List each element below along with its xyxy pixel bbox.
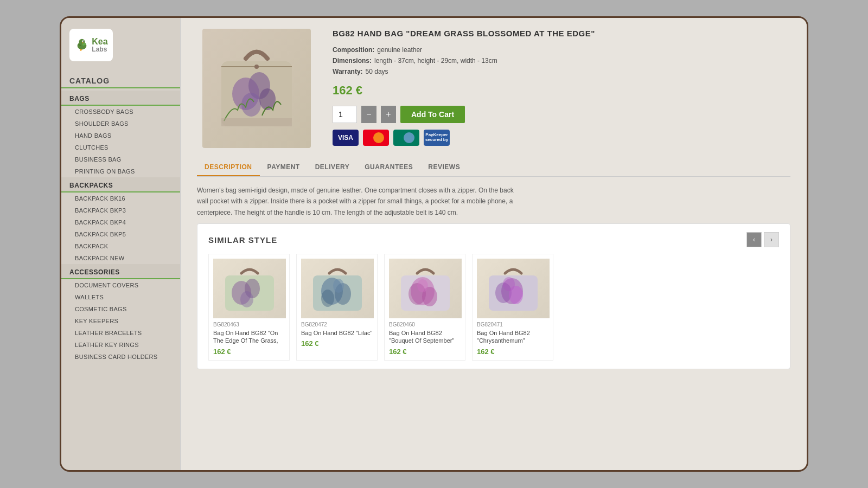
sidebar-item-leather-key-rings[interactable]: LEATHER KEY RINGS — [61, 339, 180, 351]
main-content: BG82 HAND BAG "DREAM GRASS BLOSSOMED AT … — [181, 18, 807, 470]
warranty-value: 50 days — [366, 68, 388, 75]
product-title: BG82 HAND BAG "DREAM GRASS BLOSSOMED AT … — [333, 29, 790, 38]
sidebar-item-document-covers[interactable]: DOCUMENT COVERS — [61, 279, 180, 291]
sidebar-item-leather-bracelets[interactable]: LEATHER BRACELETS — [61, 327, 180, 339]
svg-point-19 — [404, 132, 414, 143]
similar-product-3[interactable]: BG820460 Bag On Hand BG82 "Bouquet Of Se… — [384, 254, 465, 361]
section-backpacks: BACKPACKS — [61, 177, 180, 192]
card-name-4: Bag On Hand BG82 "Chrysanthemum" — [477, 329, 548, 345]
tab-description[interactable]: DESCRIPTION — [197, 159, 260, 176]
sidebar-item-backpack-bkp3[interactable]: BACKPACK BKP3 — [61, 204, 180, 216]
card-code-3: BG820460 — [389, 322, 461, 328]
sidebar-item-key-keepers[interactable]: KEY KEEPERS — [61, 315, 180, 327]
svg-point-11 — [241, 93, 261, 117]
similar-product-4[interactable]: BG820471 Bag On Hand BG82 "Chrysanthemum… — [472, 254, 553, 361]
dimensions-row: Dimensions: length - 37cm, height - 29cm… — [333, 57, 790, 65]
dimensions-label: Dimensions: — [333, 57, 372, 65]
payment-icons-row: VISA PayKeepersecured by — [333, 130, 790, 146]
sidebar-item-backpack-bkp4[interactable]: BACKPACK BKP4 — [61, 216, 180, 228]
tab-guarantees[interactable]: GUARANTEES — [357, 159, 420, 176]
similar-title: SIMILAR STYLE — [208, 235, 277, 245]
svg-point-23 — [240, 291, 253, 307]
similar-nav: ‹ › — [746, 232, 779, 247]
visa-icon: VISA — [333, 130, 359, 146]
mastercard-icon — [363, 130, 389, 146]
warranty-row: Warranty: 50 days — [333, 68, 790, 75]
card-name-1: Bag On Hand BG82 "On The Edge Of The Gra… — [213, 329, 285, 345]
next-button[interactable]: › — [764, 232, 779, 247]
prev-button[interactable]: ‹ — [746, 232, 762, 247]
svg-point-33 — [417, 279, 428, 292]
logo-sub: Labs — [92, 46, 107, 53]
sidebar-item-hand-bags[interactable]: HAND BAGS — [61, 130, 180, 142]
sidebar-item-backpack-bk16[interactable]: BACKPACK BK16 — [61, 192, 180, 204]
warranty-label: Warranty: — [333, 68, 363, 75]
svg-point-28 — [333, 279, 344, 293]
product-tabs: DESCRIPTION PAYMENT DELIVERY GUARANTEES … — [197, 159, 790, 177]
logo-area: Kea Labs — [61, 23, 180, 72]
cart-row: − + Add To Cart — [333, 106, 790, 123]
tab-reviews[interactable]: REVIEWS — [420, 159, 468, 176]
quantity-input[interactable] — [333, 106, 357, 123]
paykeeper-icon: PayKeepersecured by — [424, 130, 450, 146]
sidebar-item-printing-on-bags[interactable]: PRINTING ON BAGS — [61, 165, 180, 177]
card-code-1: BG820463 — [213, 322, 285, 328]
composition-label: Composition: — [333, 46, 374, 54]
sidebar-item-backpack[interactable]: BACKPACK — [61, 240, 180, 252]
svg-rect-15 — [221, 118, 292, 126]
card-name-2: Bag On Hand BG82 "Lilac" — [301, 329, 373, 337]
add-to-cart-button[interactable]: Add To Cart — [400, 106, 465, 123]
card-price-1: 162 € — [213, 348, 285, 356]
section-accessories: ACCESSORIES — [61, 264, 180, 279]
sidebar-item-business-card-holders[interactable]: BUSINESS CARD HOLDERS — [61, 351, 180, 363]
product-card-image-4 — [477, 259, 550, 318]
sidebar-item-wallets[interactable]: WALLETS — [61, 291, 180, 303]
sidebar-item-backpack-bkp5[interactable]: BACKPACK BKP5 — [61, 228, 180, 240]
product-card-image-3 — [389, 259, 462, 318]
product-card-image-2 — [301, 259, 374, 318]
product-image-area — [197, 29, 316, 148]
logo-name: Kea — [92, 37, 107, 47]
svg-point-38 — [503, 277, 515, 291]
card-price-2: 162 € — [301, 339, 373, 348]
product-details: BG82 HAND BAG "DREAM GRASS BLOSSOMED AT … — [333, 29, 790, 148]
sidebar-item-business-bag[interactable]: BUSINESS BAG — [61, 153, 180, 165]
product-main-image — [202, 29, 311, 148]
product-price: 162 € — [333, 84, 790, 98]
sidebar-item-shoulder-bags[interactable]: SHOULDER BAGS — [61, 118, 180, 130]
svg-point-3 — [83, 41, 84, 42]
card-code-2: BG820472 — [301, 322, 373, 328]
catalog-title: CATALOG — [61, 72, 180, 88]
main-frame: Kea Labs CATALOG BAGS CROSSBODY BAGS SHO… — [60, 16, 808, 472]
card-price-3: 162 € — [389, 348, 461, 356]
composition-row: Composition: genuine leather — [333, 46, 790, 54]
svg-point-17 — [373, 132, 384, 143]
section-bags: BAGS — [61, 91, 180, 106]
dimensions-value: length - 37cm, height - 29cm, width - 13… — [374, 57, 497, 65]
svg-point-14 — [254, 65, 259, 69]
product-card-image-1 — [213, 259, 286, 318]
card-code-4: BG820471 — [477, 322, 548, 328]
similar-product-1[interactable]: BG820463 Bag On Hand BG82 "On The Edge O… — [208, 254, 290, 361]
similar-section: SIMILAR STYLE ‹ › — [197, 223, 790, 369]
logo[interactable]: Kea Labs — [69, 29, 113, 61]
similar-header: SIMILAR STYLE ‹ › — [208, 232, 779, 247]
sidebar-item-cosmetic-bags[interactable]: COSMETIC BAGS — [61, 303, 180, 315]
tab-delivery[interactable]: DELIVERY — [308, 159, 358, 176]
sidebar-item-crossbody-bags[interactable]: CROSSBODY BAGS — [61, 106, 180, 118]
similar-products-grid: BG820463 Bag On Hand BG82 "On The Edge O… — [208, 254, 779, 361]
description-text: Women's bag semi-rigid design, made of g… — [197, 185, 522, 218]
card-name-3: Bag On Hand BG82 "Bouquet Of September" — [389, 329, 461, 345]
similar-product-2[interactable]: BG820472 Bag On Hand BG82 "Lilac" 162 € — [296, 254, 378, 361]
card-price-4: 162 € — [477, 348, 548, 356]
qty-plus-button[interactable]: + — [381, 106, 396, 123]
sidebar-item-backpack-new[interactable]: BACKPACK NEW — [61, 252, 180, 264]
svg-point-27 — [321, 290, 334, 307]
composition-value: genuine leather — [377, 46, 422, 54]
maestro-icon — [393, 130, 419, 146]
sidebar: Kea Labs CATALOG BAGS CROSSBODY BAGS SHO… — [61, 18, 181, 470]
sidebar-item-clutches[interactable]: CLUTCHES — [61, 142, 180, 153]
product-section: BG82 HAND BAG "DREAM GRASS BLOSSOMED AT … — [197, 29, 790, 148]
qty-minus-button[interactable]: − — [361, 106, 376, 123]
tab-payment[interactable]: PAYMENT — [260, 159, 308, 176]
